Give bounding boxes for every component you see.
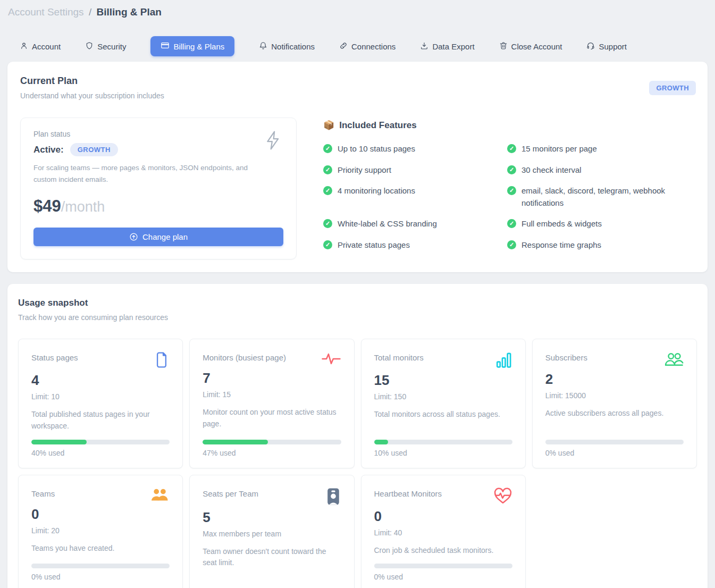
tab-billing-plans[interactable]: Billing & Plans [150,36,234,56]
usage-snapshot-panel: Usage snapshot Track how you are consumi… [7,284,708,588]
check-icon: ✓ [323,219,332,228]
progress-fill [374,440,388,444]
tab-notifications[interactable]: Notifications [259,41,315,52]
check-icon: ✓ [507,144,516,153]
bell-icon [259,41,267,52]
tab-label: Billing & Plans [173,42,224,51]
usage-card-title: Status pages [31,351,78,362]
plan-status-label: Plan status [33,130,283,138]
feature-item: ✓Private status pages [323,239,507,251]
usage-card-description: Total published status pages in your wor… [31,409,170,432]
progress-bar [31,440,170,444]
plan-price: $49/month [33,197,283,216]
feature-label: 30 check interval [521,164,582,177]
download-icon [420,41,428,52]
current-plan-subtitle: Understand what your subscription includ… [20,91,695,100]
usage-card-value: 4 [31,372,170,389]
tab-label: Support [599,42,627,51]
percent-used-label: 10% used [374,449,512,457]
tab-label: Security [97,42,126,51]
tab-close-account[interactable]: Close Account [499,41,562,52]
check-icon: ✓ [323,186,332,195]
users-outline-icon [663,351,684,370]
price-period: /month [61,199,105,215]
activity-icon [321,351,341,369]
change-plan-button[interactable]: Change plan [33,228,283,246]
usage-card-limit: Limit: 40 [374,528,512,537]
bar-chart-icon [495,351,512,371]
included-features: 📦 Included Features ✓Up to 10 status pag… [297,117,695,259]
tab-label: Data Export [432,42,474,51]
usage-card-description: Teams you have created. [31,543,170,555]
usage-card-limit: Limit: 150 [374,392,512,401]
page-title: Billing & Plan [96,6,161,18]
tab-label: Close Account [511,42,562,51]
usage-card-title: Total monitors [374,351,424,362]
feature-label: Full embeds & widgets [521,218,602,230]
current-plan-panel: Current Plan Understand what your subscr… [7,62,708,272]
usage-card-heartbeat-monitors: Heartbeat Monitors 0 Limit: 40 Cron job … [361,475,526,588]
usage-card-value: 0 [31,506,170,523]
change-plan-label: Change plan [142,232,188,241]
progress-bar [203,440,341,444]
usage-card-limit: Max members per team [203,530,341,538]
tab-account[interactable]: Account [20,41,61,52]
current-plan-title: Current Plan [20,75,695,87]
check-icon: ✓ [323,144,332,153]
usage-card-title: Seats per Team [203,487,258,498]
id-badge-icon [325,487,341,508]
check-icon: ✓ [507,186,516,195]
feature-label: Private status pages [338,239,410,251]
usage-card-limit: Limit: 10 [31,392,170,401]
check-icon: ✓ [507,219,516,228]
settings-tab-bar: Account Security Billing & Plans Notific… [0,36,715,56]
plan-tier-badge: GROWTH [649,81,696,95]
tab-connections[interactable]: Connections [339,41,396,52]
breadcrumb: Account Settings / Billing & Plan [0,0,715,18]
feature-label: 4 monitoring locations [338,185,415,197]
percent-used-label: 0% used [545,449,684,457]
feature-item: ✓White-label & CSS branding [323,218,507,230]
trash-icon [499,41,508,52]
breadcrumb-section: Account Settings [8,6,84,18]
usage-card-value: 7 [203,370,341,387]
tab-support[interactable]: Support [586,41,627,52]
heart-pulse-icon [493,487,512,507]
percent-used-label: 0% used [374,573,512,581]
usage-grid: Status pages 4 Limit: 10 Total published… [18,339,697,588]
usage-title: Usage snapshot [18,298,697,308]
feature-item: ✓15 monitors per page [507,143,684,155]
usage-card-limit: Limit: 15 [203,390,341,399]
document-icon [154,351,170,371]
feature-label: email, slack, discord, telegram, webhook… [521,185,684,209]
shield-icon [85,41,94,52]
tab-label: Notifications [271,42,315,51]
lightning-icon [264,130,282,153]
feature-item: ✓Response time graphs [507,239,684,251]
feature-item: ✓30 check interval [507,164,684,177]
plan-state-badge: GROWTH [70,143,118,156]
tab-data-export[interactable]: Data Export [420,41,474,52]
users-filled-icon [149,487,170,505]
percent-used-label: 40% used [31,449,170,457]
tab-security[interactable]: Security [85,41,126,52]
credit-card-icon [161,41,170,52]
usage-card-value: 5 [203,509,341,526]
usage-card-title: Monitors (busiest page) [203,351,286,362]
plan-description: For scaling teams — more pages & monitor… [33,162,262,185]
progress-bar [374,564,512,568]
usage-card-description: Monitor count on your most active status… [203,407,341,430]
usage-card-subscribers: Subscribers 2 Limit: 15000 Active subscr… [532,339,697,468]
usage-card-title: Subscribers [545,351,587,362]
plan-status-card: Plan status Active: GROWTH For scaling t… [20,117,297,259]
feature-item: ✓4 monitoring locations [323,185,507,209]
feature-label: Response time graphs [521,239,601,251]
feature-label: Up to 10 status pages [338,143,415,155]
usage-card-value: 2 [545,371,684,388]
feature-label: Priority support [338,164,391,177]
progress-fill [203,440,267,444]
usage-card-limit: Limit: 15000 [545,391,684,400]
features-title: Included Features [339,120,416,131]
usage-card-monitors-busiest: Monitors (busiest page) 7 Limit: 15 Moni… [189,339,354,468]
usage-card-teams: Teams 0 Limit: 20 Teams you have created… [18,475,183,588]
